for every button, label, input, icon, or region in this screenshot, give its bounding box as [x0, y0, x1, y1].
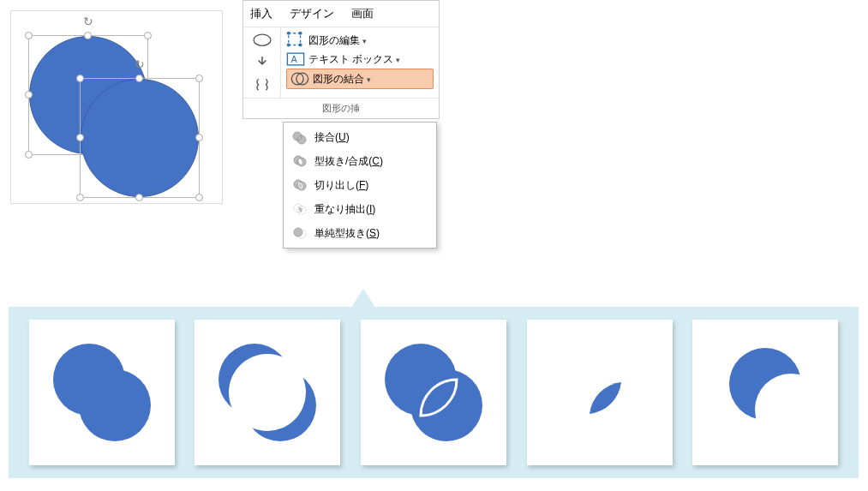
circle-shape	[81, 79, 199, 197]
edit-shape-label: 図形の編集	[308, 33, 367, 48]
svg-point-18	[79, 369, 151, 441]
merge-shapes-dropdown: 接合(U) 型抜き/合成(C) 切り出し(F) 重なり抽出(I) 単純型抜き(S…	[283, 122, 437, 248]
svg-point-5	[298, 43, 302, 46]
combine-icon	[292, 153, 308, 169]
resize-handle[interactable]	[76, 134, 84, 141]
resize-handle[interactable]	[76, 194, 84, 201]
results-strip	[9, 307, 859, 478]
menu-label: 重なり抽出(I)	[314, 202, 375, 217]
ribbon-tabs: 挿入 デザイン 画面	[243, 1, 439, 27]
connector-arrow	[351, 289, 375, 308]
merge-shapes-icon	[290, 71, 309, 87]
menu-item-subtract[interactable]: 単純型抜き(S)	[284, 221, 436, 245]
selected-shape-front[interactable]: ↻	[80, 78, 200, 198]
tab-insert[interactable]: 挿入	[250, 6, 272, 21]
svg-point-0	[254, 34, 271, 45]
drawing-canvas[interactable]: ↻ ↻	[10, 10, 223, 204]
resize-handle[interactable]	[195, 134, 203, 141]
svg-point-4	[287, 43, 290, 46]
menu-label: 型抜き/合成(C)	[314, 154, 383, 169]
result-tile-fragment	[361, 320, 506, 465]
svg-text:A: A	[291, 54, 298, 64]
menu-label: 切り出し(F)	[314, 178, 368, 193]
tab-design[interactable]: デザイン	[290, 6, 334, 21]
intersect-icon	[292, 201, 308, 217]
edit-shape-icon	[286, 33, 305, 48]
menu-item-intersect[interactable]: 重なり抽出(I)	[284, 197, 436, 221]
resize-handle[interactable]	[25, 151, 33, 159]
menu-item-fragment[interactable]: 切り出し(F)	[284, 173, 436, 197]
svg-point-2	[287, 32, 290, 35]
resize-handle[interactable]	[195, 194, 203, 201]
svg-point-21	[244, 369, 316, 441]
resize-handle[interactable]	[25, 91, 33, 99]
svg-rect-1	[289, 33, 301, 45]
resize-handle[interactable]	[195, 75, 203, 82]
resize-handle[interactable]	[76, 75, 84, 82]
resize-handle[interactable]	[135, 194, 143, 201]
menu-label: 接合(U)	[314, 130, 350, 145]
subtract-icon	[292, 225, 308, 241]
result-tile-intersect	[527, 320, 673, 465]
result-tile-union	[29, 320, 175, 465]
union-icon	[292, 129, 308, 145]
edit-shape-button[interactable]: 図形の編集	[286, 31, 434, 50]
brace-shape-icon[interactable]	[253, 77, 272, 93]
result-tile-combine	[195, 320, 340, 465]
rotate-handle-icon[interactable]: ↻	[82, 15, 94, 27]
text-box-button[interactable]: A テキスト ボックス	[286, 50, 434, 69]
svg-point-26	[729, 348, 801, 420]
resize-handle[interactable]	[135, 75, 143, 82]
arrow-shape-icon[interactable]	[253, 55, 272, 70]
merge-shapes-button[interactable]: 図形の結合	[286, 69, 434, 89]
menu-label: 単純型抜き(S)	[314, 226, 380, 241]
svg-point-3	[298, 32, 302, 35]
text-box-label: テキスト ボックス	[308, 52, 400, 67]
rotate-handle-icon[interactable]: ↻	[134, 58, 146, 70]
menu-item-combine[interactable]: 型抜き/合成(C)	[284, 149, 436, 173]
shapes-gallery-mini[interactable]	[243, 27, 281, 98]
result-tile-subtract	[692, 320, 838, 465]
text-box-icon: A	[286, 51, 305, 67]
resize-handle[interactable]	[25, 32, 33, 39]
ribbon-group-label: 図形の挿	[243, 98, 439, 118]
resize-handle[interactable]	[84, 32, 92, 39]
merge-shapes-label: 図形の結合	[313, 72, 371, 87]
resize-handle[interactable]	[144, 32, 152, 39]
ribbon-panel: 挿入 デザイン 画面 図形の編集 A	[242, 0, 440, 119]
menu-item-union[interactable]: 接合(U)	[284, 125, 436, 149]
oval-shape-icon[interactable]	[253, 33, 272, 48]
fragment-icon	[292, 177, 308, 193]
tab-screen[interactable]: 画面	[351, 6, 374, 21]
